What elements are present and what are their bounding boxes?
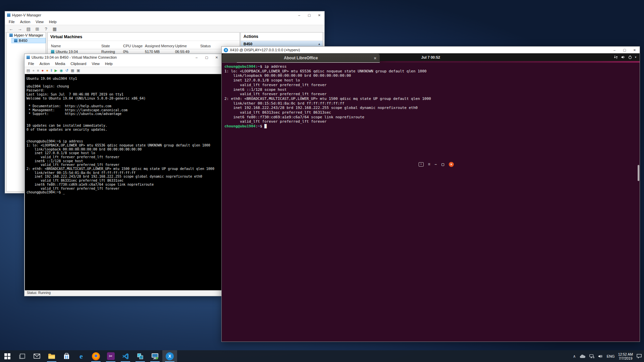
minimize-button[interactable]: – [609,47,620,53]
col-name[interactable]: Name [51,44,61,48]
col-uptime[interactable]: Uptime [175,44,187,48]
menu-item[interactable]: Action [37,61,52,66]
terminal-content[interactable]: choung@ubu1904:~$ ip address 1: lo: <LOO… [222,63,640,342]
hyperv-toolbar: ←→▤⊞?▦ [5,25,324,33]
new-tab-icon[interactable]: + [419,162,424,167]
hyperv-titlebar[interactable]: Hyper-V Manager – ▢ ✕ [5,11,324,19]
menu-item[interactable]: File [26,61,37,66]
taskbar-clock[interactable]: 12:52 AM 7/7/2019 [618,352,633,360]
vmconnect-titlebar[interactable]: Ubuntu 19.04 on B450 - Virtual Machine C… [24,54,222,61]
x410-titlebar[interactable]: X X410 @ DISPLAY=127.0.0.1:0.0 (+hyperv)… [222,47,640,53]
tree-item-b450[interactable]: B450 [11,38,46,43]
pause[interactable]: ‖ [51,68,52,72]
checkpoint[interactable]: ◉ [60,68,63,73]
col-state[interactable]: State [101,44,110,48]
show-action-pane[interactable]: ▤ [25,25,32,32]
network-icon[interactable] [589,354,595,359]
vm-icon [51,50,54,53]
taskbar-item-vscode[interactable] [118,350,133,362]
terminal-line: valid_lft forever preferred_lft forever [224,83,640,87]
console-line: valid_lft 86331sec preferred_lft 86331se… [26,179,221,183]
menu-item[interactable]: View [33,19,46,24]
col-memory[interactable]: Assigned Memory [145,44,174,48]
help[interactable]: ? [43,25,49,32]
about-dialog-titlebar[interactable]: About LibreOffice × [222,54,380,62]
resume[interactable]: ▶ [55,68,57,73]
console-line: inet6 ::1/128 scope host [26,159,221,163]
start-button[interactable] [0,350,15,362]
taskbar-item-vmconnect[interactable] [148,350,162,362]
start[interactable]: ● [32,68,35,72]
revert[interactable]: ↺ [65,68,68,73]
menu-item[interactable]: Media [53,61,67,66]
taskbar-item-mail[interactable] [30,350,44,362]
menu-item[interactable]: View [89,61,102,66]
maximize-button[interactable]: ▢ [441,163,444,166]
ctrl-alt-del[interactable]: ▤ [26,68,30,73]
ubuntu-desktop: Activities >_ Terminal ▾ Jul 7 00:52 ▾ ✉ [222,53,640,342]
minimize-button[interactable]: – [192,54,202,61]
minimize-button[interactable]: – [294,11,304,19]
taskbar-item-microsoft-store[interactable] [59,350,74,362]
terminal-line: link/ether 00:15:5d:01:8a:0c brd ff:ff:f… [224,101,640,106]
firefox-icon [92,352,100,360]
menu-item[interactable]: Help [103,61,115,66]
maximize-button[interactable]: ▢ [304,11,314,19]
col-status[interactable]: Status [200,44,211,48]
taskbar-item-hyperv-manager[interactable] [133,350,148,362]
close-button[interactable]: ✕ [630,47,640,53]
enhanced-session[interactable]: ▣ [76,68,80,73]
back[interactable]: ← [8,25,14,32]
col-cpu[interactable]: CPU Usage [123,44,143,48]
vm-console[interactable]: Ubuntu 19.04 ubu1904 tty1ubu1904 login: … [25,74,221,291]
minimize-button[interactable]: – [435,162,437,167]
stop[interactable]: ■ [37,68,39,72]
shut-down[interactable]: ● [46,68,48,72]
server-icon [14,39,17,42]
close-icon[interactable]: × [374,56,376,61]
taskbar-item-file-explorer[interactable] [44,350,59,362]
maximize-button[interactable]: ▢ [202,54,212,61]
taskbar-item-edge[interactable]: e [74,350,89,362]
network-icon [614,55,618,59]
taskbar-item-snip-tool[interactable]: ✂ [103,350,118,362]
menu-item[interactable]: Action [18,19,33,24]
keyboard-language[interactable]: ENG [607,354,615,358]
maximize-button[interactable]: ▢ [620,47,630,53]
vm-state: Running [101,50,115,54]
console-line [26,132,221,136]
menu-item[interactable]: File [6,19,17,24]
hyperv-menubar: FileActionViewHelp [5,19,324,25]
collapse-icon[interactable]: ▴ [318,42,320,46]
terminal-scrollbar-thumb[interactable] [638,165,639,181]
task-view-button[interactable] [15,350,30,362]
close-button[interactable]: × [449,162,454,167]
forward[interactable]: → [16,25,23,32]
chevron-down-icon: ▾ [635,56,636,59]
terminal-line: 2: eth0: <BROADCAST,MULTICAST,UP,LOWER_U… [224,97,640,101]
taskbar-item-firefox[interactable] [89,350,103,362]
terminal-line: inet6 fe80::f730:cd69:a1e9:c6a7/64 scope… [224,115,640,120]
turn-off[interactable]: ● [42,68,44,72]
close-button[interactable]: ✕ [314,11,324,19]
volume-icon[interactable] [598,354,603,359]
console-tree[interactable]: ⊞ [34,25,41,32]
vm-memory: 5170 MB [145,50,160,54]
scissors-icon: ✂ [107,352,115,360]
hamburger-menu-icon[interactable]: ≡ [428,162,430,167]
menu-item[interactable]: Clipboard [68,61,89,66]
console-line: 1: lo: <LOOPBACK,UP,LOWER_UP> mtu 65536 … [26,143,221,147]
hyperv-manager-icon [137,353,144,360]
action-center-icon[interactable] [636,354,642,359]
console-line: Password: [26,88,221,93]
system-status-area[interactable]: ▾ [614,55,636,59]
keyboard[interactable]: ▦ [71,68,74,73]
properties[interactable]: ▦ [51,25,58,32]
show-hidden-icons-chevron[interactable]: ∧ [573,354,576,359]
menu-item[interactable]: Help [47,19,59,24]
taskbar-item-x410[interactable]: X [162,350,177,362]
close-button[interactable]: ✕ [212,54,222,61]
onedrive-icon[interactable] [579,354,586,358]
tree-item-root[interactable]: Hyper-V Manager [7,33,46,38]
vmconnect-title: Ubuntu 19.04 on B450 - Virtual Machine C… [32,55,117,59]
